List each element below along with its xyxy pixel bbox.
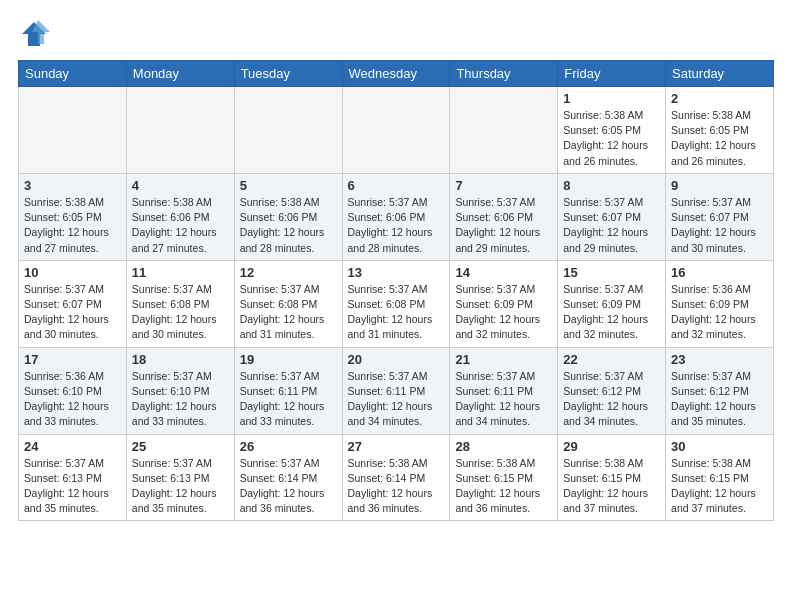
calendar-cell bbox=[234, 87, 342, 174]
day-info: Sunrise: 5:37 AM Sunset: 6:09 PM Dayligh… bbox=[563, 282, 660, 343]
calendar-cell: 18Sunrise: 5:37 AM Sunset: 6:10 PM Dayli… bbox=[126, 347, 234, 434]
calendar-cell: 26Sunrise: 5:37 AM Sunset: 6:14 PM Dayli… bbox=[234, 434, 342, 521]
weekday-header-sunday: Sunday bbox=[19, 61, 127, 87]
calendar-cell: 7Sunrise: 5:37 AM Sunset: 6:06 PM Daylig… bbox=[450, 173, 558, 260]
day-info: Sunrise: 5:38 AM Sunset: 6:15 PM Dayligh… bbox=[671, 456, 768, 517]
calendar-week-3: 10Sunrise: 5:37 AM Sunset: 6:07 PM Dayli… bbox=[19, 260, 774, 347]
header bbox=[18, 18, 774, 50]
calendar-cell: 28Sunrise: 5:38 AM Sunset: 6:15 PM Dayli… bbox=[450, 434, 558, 521]
day-number: 17 bbox=[24, 352, 121, 367]
day-number: 30 bbox=[671, 439, 768, 454]
day-info: Sunrise: 5:37 AM Sunset: 6:13 PM Dayligh… bbox=[132, 456, 229, 517]
page: SundayMondayTuesdayWednesdayThursdayFrid… bbox=[0, 0, 792, 531]
day-number: 16 bbox=[671, 265, 768, 280]
calendar-cell: 22Sunrise: 5:37 AM Sunset: 6:12 PM Dayli… bbox=[558, 347, 666, 434]
day-info: Sunrise: 5:37 AM Sunset: 6:07 PM Dayligh… bbox=[24, 282, 121, 343]
day-info: Sunrise: 5:37 AM Sunset: 6:06 PM Dayligh… bbox=[455, 195, 552, 256]
day-info: Sunrise: 5:37 AM Sunset: 6:08 PM Dayligh… bbox=[132, 282, 229, 343]
day-info: Sunrise: 5:37 AM Sunset: 6:08 PM Dayligh… bbox=[348, 282, 445, 343]
day-number: 4 bbox=[132, 178, 229, 193]
day-number: 11 bbox=[132, 265, 229, 280]
day-info: Sunrise: 5:37 AM Sunset: 6:12 PM Dayligh… bbox=[671, 369, 768, 430]
calendar-cell: 1Sunrise: 5:38 AM Sunset: 6:05 PM Daylig… bbox=[558, 87, 666, 174]
calendar-cell: 13Sunrise: 5:37 AM Sunset: 6:08 PM Dayli… bbox=[342, 260, 450, 347]
calendar-cell bbox=[450, 87, 558, 174]
calendar-cell: 10Sunrise: 5:37 AM Sunset: 6:07 PM Dayli… bbox=[19, 260, 127, 347]
calendar-week-1: 1Sunrise: 5:38 AM Sunset: 6:05 PM Daylig… bbox=[19, 87, 774, 174]
weekday-header-wednesday: Wednesday bbox=[342, 61, 450, 87]
day-number: 26 bbox=[240, 439, 337, 454]
day-info: Sunrise: 5:37 AM Sunset: 6:07 PM Dayligh… bbox=[563, 195, 660, 256]
calendar-cell: 12Sunrise: 5:37 AM Sunset: 6:08 PM Dayli… bbox=[234, 260, 342, 347]
day-number: 10 bbox=[24, 265, 121, 280]
calendar-cell: 14Sunrise: 5:37 AM Sunset: 6:09 PM Dayli… bbox=[450, 260, 558, 347]
day-number: 20 bbox=[348, 352, 445, 367]
calendar-cell: 3Sunrise: 5:38 AM Sunset: 6:05 PM Daylig… bbox=[19, 173, 127, 260]
day-info: Sunrise: 5:37 AM Sunset: 6:11 PM Dayligh… bbox=[240, 369, 337, 430]
day-number: 14 bbox=[455, 265, 552, 280]
day-number: 23 bbox=[671, 352, 768, 367]
day-info: Sunrise: 5:38 AM Sunset: 6:05 PM Dayligh… bbox=[563, 108, 660, 169]
calendar-cell: 5Sunrise: 5:38 AM Sunset: 6:06 PM Daylig… bbox=[234, 173, 342, 260]
calendar-cell: 6Sunrise: 5:37 AM Sunset: 6:06 PM Daylig… bbox=[342, 173, 450, 260]
calendar-cell: 20Sunrise: 5:37 AM Sunset: 6:11 PM Dayli… bbox=[342, 347, 450, 434]
calendar-cell: 29Sunrise: 5:38 AM Sunset: 6:15 PM Dayli… bbox=[558, 434, 666, 521]
calendar-cell bbox=[342, 87, 450, 174]
day-info: Sunrise: 5:38 AM Sunset: 6:05 PM Dayligh… bbox=[671, 108, 768, 169]
day-info: Sunrise: 5:37 AM Sunset: 6:11 PM Dayligh… bbox=[348, 369, 445, 430]
day-info: Sunrise: 5:38 AM Sunset: 6:06 PM Dayligh… bbox=[132, 195, 229, 256]
day-number: 8 bbox=[563, 178, 660, 193]
day-number: 6 bbox=[348, 178, 445, 193]
day-info: Sunrise: 5:38 AM Sunset: 6:14 PM Dayligh… bbox=[348, 456, 445, 517]
calendar-cell: 11Sunrise: 5:37 AM Sunset: 6:08 PM Dayli… bbox=[126, 260, 234, 347]
day-number: 25 bbox=[132, 439, 229, 454]
calendar-week-4: 17Sunrise: 5:36 AM Sunset: 6:10 PM Dayli… bbox=[19, 347, 774, 434]
day-number: 9 bbox=[671, 178, 768, 193]
day-info: Sunrise: 5:36 AM Sunset: 6:10 PM Dayligh… bbox=[24, 369, 121, 430]
calendar-cell: 4Sunrise: 5:38 AM Sunset: 6:06 PM Daylig… bbox=[126, 173, 234, 260]
weekday-header-row: SundayMondayTuesdayWednesdayThursdayFrid… bbox=[19, 61, 774, 87]
day-info: Sunrise: 5:37 AM Sunset: 6:14 PM Dayligh… bbox=[240, 456, 337, 517]
calendar-body: 1Sunrise: 5:38 AM Sunset: 6:05 PM Daylig… bbox=[19, 87, 774, 521]
weekday-header-monday: Monday bbox=[126, 61, 234, 87]
day-info: Sunrise: 5:37 AM Sunset: 6:09 PM Dayligh… bbox=[455, 282, 552, 343]
calendar-cell: 21Sunrise: 5:37 AM Sunset: 6:11 PM Dayli… bbox=[450, 347, 558, 434]
calendar-week-2: 3Sunrise: 5:38 AM Sunset: 6:05 PM Daylig… bbox=[19, 173, 774, 260]
day-info: Sunrise: 5:37 AM Sunset: 6:12 PM Dayligh… bbox=[563, 369, 660, 430]
day-number: 27 bbox=[348, 439, 445, 454]
calendar-cell: 24Sunrise: 5:37 AM Sunset: 6:13 PM Dayli… bbox=[19, 434, 127, 521]
day-info: Sunrise: 5:38 AM Sunset: 6:06 PM Dayligh… bbox=[240, 195, 337, 256]
logo-icon bbox=[18, 18, 50, 50]
calendar-cell: 16Sunrise: 5:36 AM Sunset: 6:09 PM Dayli… bbox=[666, 260, 774, 347]
calendar-cell: 8Sunrise: 5:37 AM Sunset: 6:07 PM Daylig… bbox=[558, 173, 666, 260]
day-number: 22 bbox=[563, 352, 660, 367]
day-info: Sunrise: 5:37 AM Sunset: 6:07 PM Dayligh… bbox=[671, 195, 768, 256]
day-info: Sunrise: 5:38 AM Sunset: 6:15 PM Dayligh… bbox=[455, 456, 552, 517]
day-info: Sunrise: 5:38 AM Sunset: 6:05 PM Dayligh… bbox=[24, 195, 121, 256]
weekday-header-tuesday: Tuesday bbox=[234, 61, 342, 87]
calendar-cell: 9Sunrise: 5:37 AM Sunset: 6:07 PM Daylig… bbox=[666, 173, 774, 260]
weekday-header-thursday: Thursday bbox=[450, 61, 558, 87]
weekday-header-saturday: Saturday bbox=[666, 61, 774, 87]
calendar-cell bbox=[126, 87, 234, 174]
calendar-cell: 30Sunrise: 5:38 AM Sunset: 6:15 PM Dayli… bbox=[666, 434, 774, 521]
day-number: 2 bbox=[671, 91, 768, 106]
calendar-cell: 25Sunrise: 5:37 AM Sunset: 6:13 PM Dayli… bbox=[126, 434, 234, 521]
day-number: 3 bbox=[24, 178, 121, 193]
day-number: 29 bbox=[563, 439, 660, 454]
day-number: 21 bbox=[455, 352, 552, 367]
day-number: 5 bbox=[240, 178, 337, 193]
day-number: 28 bbox=[455, 439, 552, 454]
calendar-week-5: 24Sunrise: 5:37 AM Sunset: 6:13 PM Dayli… bbox=[19, 434, 774, 521]
day-number: 15 bbox=[563, 265, 660, 280]
day-info: Sunrise: 5:37 AM Sunset: 6:08 PM Dayligh… bbox=[240, 282, 337, 343]
calendar-cell bbox=[19, 87, 127, 174]
day-number: 7 bbox=[455, 178, 552, 193]
calendar-cell: 17Sunrise: 5:36 AM Sunset: 6:10 PM Dayli… bbox=[19, 347, 127, 434]
day-number: 13 bbox=[348, 265, 445, 280]
day-info: Sunrise: 5:37 AM Sunset: 6:11 PM Dayligh… bbox=[455, 369, 552, 430]
weekday-header-friday: Friday bbox=[558, 61, 666, 87]
day-info: Sunrise: 5:37 AM Sunset: 6:13 PM Dayligh… bbox=[24, 456, 121, 517]
calendar-cell: 27Sunrise: 5:38 AM Sunset: 6:14 PM Dayli… bbox=[342, 434, 450, 521]
calendar-cell: 15Sunrise: 5:37 AM Sunset: 6:09 PM Dayli… bbox=[558, 260, 666, 347]
